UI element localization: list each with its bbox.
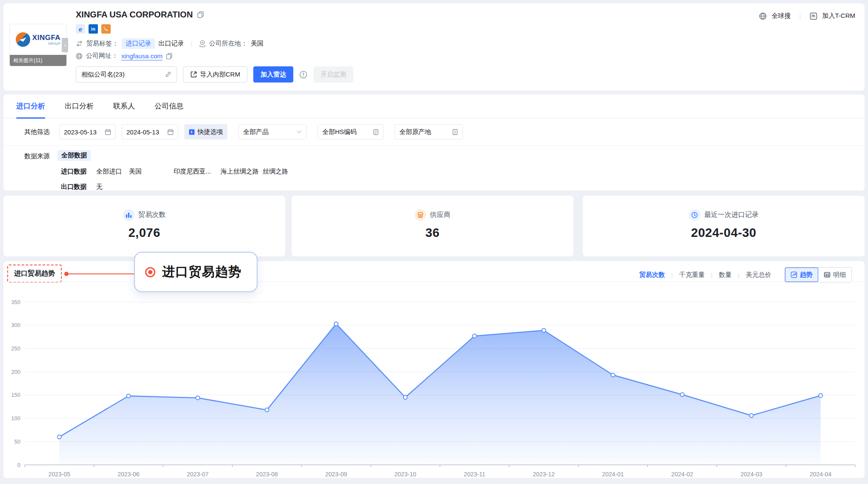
- y-axis-label: 250: [11, 345, 20, 352]
- quick-options-icon: [189, 129, 195, 135]
- phone-icon[interactable]: [101, 24, 111, 34]
- trend-chart: 0501001502002503003502023-052023-062023-…: [3, 261, 865, 478]
- add-radar-button[interactable]: 加入雷达: [253, 66, 293, 83]
- x-axis-label: 2023-07: [187, 471, 209, 478]
- chart-point: [473, 334, 476, 338]
- stat-value: 2,076: [3, 226, 285, 240]
- import-crm-button[interactable]: 导入内部CRM: [183, 66, 247, 83]
- x-axis-label: 2024-02: [671, 471, 693, 478]
- y-axis-label: 150: [11, 392, 20, 398]
- logo-subtext: GROUP: [32, 42, 60, 46]
- global-search-button[interactable]: 全球搜: [772, 12, 791, 20]
- chart-point: [404, 396, 407, 399]
- x-axis-label: 2023-09: [325, 471, 347, 478]
- stat-label: 贸易次数: [138, 211, 166, 219]
- company-logo[interactable]: XINGFA GROUP 相关图片(11) ›: [9, 24, 67, 66]
- date-start-input[interactable]: 2023-05-13: [59, 124, 116, 140]
- divider: [3, 145, 865, 146]
- origin-select[interactable]: 全部原产地: [395, 124, 463, 140]
- location-pin-icon: [199, 40, 206, 47]
- export-data-value: 无: [96, 183, 103, 191]
- x-axis-label: 2024-03: [740, 471, 762, 478]
- y-axis-label: 100: [11, 415, 20, 421]
- y-axis-label: 200: [11, 369, 20, 375]
- location-label: 公司所在地：: [209, 40, 247, 48]
- trade-tag-icon: [76, 40, 83, 47]
- import-data-label: 进口数据: [61, 168, 86, 176]
- website-link[interactable]: xingfausa.com: [121, 52, 163, 60]
- stat-label: 最近一次进口记录: [704, 211, 759, 219]
- chart-point: [126, 394, 130, 398]
- product-select[interactable]: 全部产品: [238, 124, 307, 140]
- website-label: 公司网址：: [86, 52, 118, 60]
- stat-label: 供应商: [430, 211, 450, 219]
- copy-website-icon[interactable]: [166, 53, 173, 60]
- y-axis-label: 300: [11, 322, 20, 328]
- start-monitor-button[interactable]: 开启监测: [313, 66, 353, 83]
- logo-image: XINGFA GROUP: [10, 24, 66, 55]
- y-axis-label: 0: [17, 462, 20, 468]
- linkedin-icon[interactable]: in: [89, 24, 98, 34]
- x-axis-label: 2023-05: [49, 471, 71, 478]
- calendar-icon: [167, 129, 174, 135]
- tcrm-icon: [810, 12, 817, 20]
- tab-company-info[interactable]: 公司信息: [155, 94, 183, 118]
- stat-value: 36: [292, 226, 573, 240]
- import-data-option[interactable]: 丝绸之路: [263, 168, 288, 176]
- import-data-option[interactable]: 全部进口: [96, 168, 122, 176]
- chart-point: [750, 414, 753, 418]
- chart-point: [542, 328, 546, 332]
- data-source-label: 数据来源: [24, 152, 50, 160]
- related-images-label[interactable]: 相关图片(11): [10, 55, 66, 66]
- trade-tag-import[interactable]: 进口记录: [122, 38, 155, 49]
- import-icon: [190, 71, 197, 78]
- logo-globe-icon: [16, 32, 30, 47]
- tab-import-analysis[interactable]: 进口分析: [16, 94, 45, 118]
- stat-card-suppliers: 供应商 36: [292, 196, 573, 256]
- bar-chart-icon: [123, 209, 135, 221]
- calendar-icon: [105, 129, 111, 135]
- target-icon: [145, 267, 155, 277]
- website-social-icon[interactable]: e: [76, 24, 85, 34]
- stat-card-trades: 贸易次数 2,076: [3, 196, 285, 256]
- data-source-all[interactable]: 全部数据: [57, 150, 91, 161]
- tab-contacts[interactable]: 联系人: [113, 94, 135, 118]
- export-data-label: 出口数据: [61, 183, 86, 191]
- trend-chart-card: 进口贸易趋势 贸易次数 | 千克重量 | 数量 | 美元总价 趋势: [3, 261, 865, 478]
- chart-point: [265, 408, 269, 412]
- stat-card-last-import: 最近一次进口记录 2024-04-30: [583, 196, 865, 256]
- y-axis-label: 50: [14, 438, 20, 445]
- stat-value: 2024-04-30: [583, 226, 865, 240]
- trade-tag-export[interactable]: 出口记录: [158, 40, 184, 48]
- import-data-option[interactable]: 海上丝绸之路: [221, 168, 259, 176]
- import-data-option[interactable]: 印度尼西亚...: [174, 168, 211, 176]
- join-tcrm-button[interactable]: 加入T-CRM: [822, 12, 856, 20]
- logo-next-arrow-icon[interactable]: ›: [62, 38, 68, 52]
- x-axis-label: 2023-11: [464, 471, 486, 478]
- copy-icon[interactable]: [197, 11, 204, 18]
- info-icon[interactable]: [299, 71, 307, 79]
- x-axis-label: 2023-10: [395, 471, 417, 478]
- import-data-option[interactable]: 美国: [129, 168, 142, 176]
- chart-point: [196, 396, 200, 400]
- chart-point: [611, 373, 615, 377]
- x-axis-label: 2024-04: [810, 471, 832, 478]
- x-axis-label: 2023-06: [117, 471, 140, 478]
- quick-options-button[interactable]: 快捷选项: [184, 124, 227, 140]
- chart-point: [819, 393, 822, 397]
- hs-code-select[interactable]: 全部HS编码: [318, 124, 384, 140]
- location-value: 美国: [251, 40, 264, 48]
- company-header-card: XINGFA GROUP 相关图片(11) › XINGFA USA CORPO…: [3, 3, 865, 91]
- x-axis-label: 2023-08: [256, 471, 278, 478]
- x-axis-label: 2023-12: [533, 471, 555, 478]
- similar-companies-select[interactable]: 相似公司名(23): [76, 66, 177, 83]
- globe-icon: [76, 53, 83, 60]
- chart-point: [334, 322, 338, 326]
- document-icon: [452, 129, 458, 135]
- tab-bar: 进口分析 出口分析 联系人 公司信息: [3, 94, 865, 118]
- chart-point: [57, 435, 61, 439]
- date-end-input[interactable]: 2024-05-13: [122, 124, 178, 140]
- tab-export-analysis[interactable]: 出口分析: [65, 94, 94, 118]
- chart-point: [680, 393, 684, 396]
- similar-companies-label: 相似公司名(23): [81, 71, 125, 79]
